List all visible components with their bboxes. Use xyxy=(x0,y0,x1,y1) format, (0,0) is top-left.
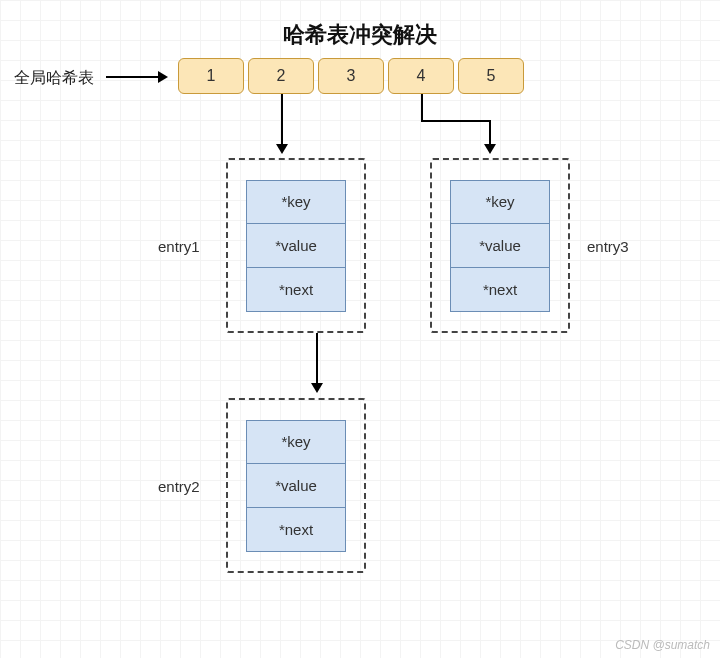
entry3-next: *next xyxy=(450,268,550,312)
entry1-label: entry1 xyxy=(158,238,200,255)
entry2-box: *key *value *next xyxy=(226,398,366,573)
global-hash-label: 全局哈希表 xyxy=(14,68,94,89)
watermark: CSDN @sumatch xyxy=(615,638,710,652)
entry1-value: *value xyxy=(246,224,346,268)
entry3-value: *value xyxy=(450,224,550,268)
bucket-4: 4 xyxy=(388,58,454,94)
entry2-value: *value xyxy=(246,464,346,508)
entry2-label: entry2 xyxy=(158,478,200,495)
entry1-key: *key xyxy=(246,180,346,224)
arrow-to-buckets xyxy=(106,76,166,78)
entry1-box: *key *value *next xyxy=(226,158,366,333)
arrow-bucket4-seg1 xyxy=(421,94,423,120)
bucket-5: 5 xyxy=(458,58,524,94)
entry3-label: entry3 xyxy=(587,238,629,255)
entry2-next: *next xyxy=(246,508,346,552)
diagram-title: 哈希表冲突解决 xyxy=(0,20,720,50)
entry3-key: *key xyxy=(450,180,550,224)
arrow-entry1-entry2 xyxy=(316,333,318,391)
bucket-3: 3 xyxy=(318,58,384,94)
bucket-row: 1 2 3 4 5 xyxy=(178,58,528,94)
bucket-1: 1 xyxy=(178,58,244,94)
entry2-key: *key xyxy=(246,420,346,464)
entry3-box: *key *value *next xyxy=(430,158,570,333)
entry1-next: *next xyxy=(246,268,346,312)
arrow-bucket2-entry1 xyxy=(281,94,283,152)
arrow-bucket4-seg2 xyxy=(421,120,491,122)
arrow-bucket4-seg3 xyxy=(489,120,491,152)
bucket-2: 2 xyxy=(248,58,314,94)
